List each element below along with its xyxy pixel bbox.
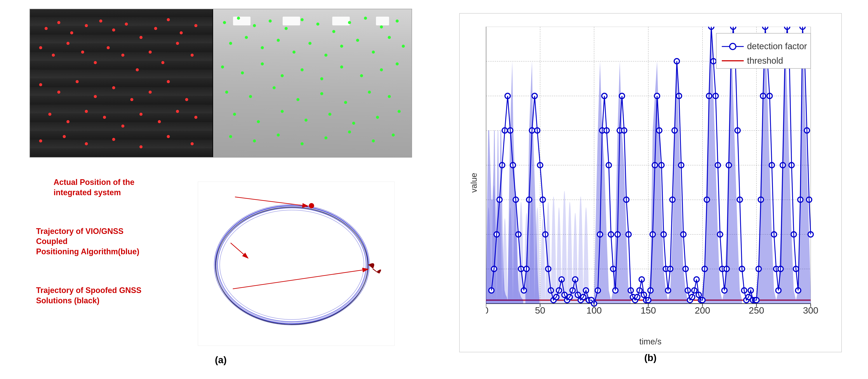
actual-position-label: Actual Position of the integrated system <box>54 177 174 198</box>
x-axis-label: time/s <box>639 337 661 346</box>
left-caption: (a) <box>215 354 227 366</box>
svg-text:threshold: threshold <box>747 56 783 66</box>
main-container: Actual Position of the integrated system… <box>0 0 868 379</box>
vio-gnss-label: Trajectory of VIO/GNSS Coupled Positioni… <box>36 226 174 257</box>
svg-point-7 <box>309 203 314 208</box>
cam-left-view <box>30 9 213 157</box>
chart-area: 0 1000 2000 3000 4000 5000 6000 7000 800… <box>486 27 833 326</box>
right-panel: value <box>446 9 855 370</box>
spoofed-gnss-label: Trajectory of Spoofed GNSS Solutions (bl… <box>36 285 174 306</box>
svg-rect-0 <box>198 182 395 346</box>
svg-point-197 <box>730 43 736 50</box>
cam-right-view <box>213 9 412 157</box>
trajectory-svg <box>198 182 395 346</box>
svg-text:detection factor: detection factor <box>747 41 807 51</box>
chart-svg: 0 1000 2000 3000 4000 5000 6000 7000 800… <box>486 27 833 326</box>
trajectory-labels: Actual Position of the integrated system… <box>36 177 174 306</box>
camera-image <box>30 9 412 157</box>
svg-text:0: 0 <box>486 305 489 316</box>
trajectory-area: Actual Position of the integrated system… <box>30 164 412 368</box>
left-panel: Actual Position of the integrated system… <box>13 9 428 370</box>
y-axis-label: value <box>469 173 478 193</box>
chart-container: value <box>459 13 842 352</box>
right-caption: (b) <box>644 352 656 363</box>
